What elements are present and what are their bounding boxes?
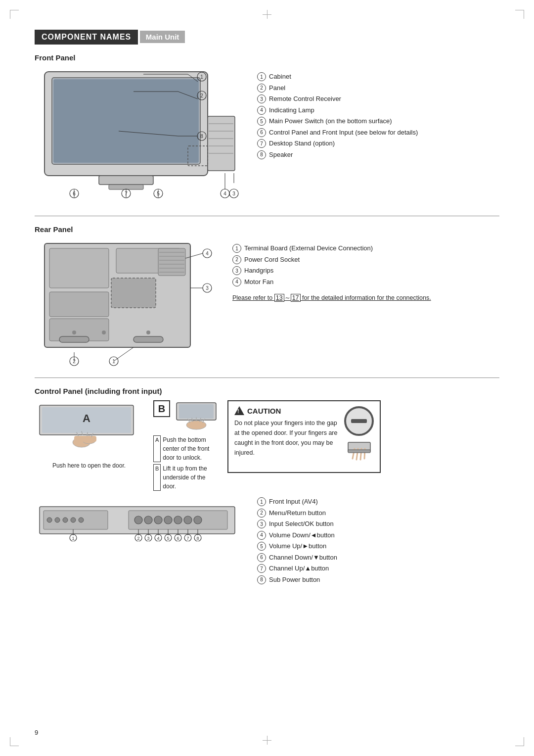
divider-1 [35, 216, 499, 216]
svg-point-47 [72, 331, 76, 334]
svg-text:8: 8 [200, 134, 203, 139]
front-panel-item: 1Cabinet [257, 72, 499, 82]
svg-point-105 [164, 516, 172, 524]
svg-text:A: A [83, 412, 90, 425]
front-panel-diagram: 1 2 8 6 [35, 67, 242, 207]
rear-panel-svg: 4 3 2 1 [35, 238, 218, 367]
front-panel-item: 3Remote Control Receiver [257, 94, 499, 104]
svg-text:1: 1 [200, 74, 203, 80]
ref-text: Please refer to 13～17 for the detailed i… [232, 293, 499, 303]
list-num: 6 [257, 128, 266, 137]
control-panel-item: 7Channel Up/▲button [257, 564, 499, 573]
svg-text:8: 8 [196, 536, 199, 541]
control-panel-item: 1Front Input (AV4) [257, 497, 499, 507]
svg-rect-80 [179, 404, 214, 419]
svg-text:4: 4 [223, 191, 226, 196]
svg-point-106 [174, 516, 182, 524]
svg-point-97 [55, 518, 60, 522]
svg-rect-46 [134, 336, 163, 342]
list-num: 3 [232, 266, 241, 275]
svg-line-66 [114, 347, 134, 361]
front-panel-heading: Front Panel [35, 53, 499, 62]
list-num: 4 [257, 531, 266, 540]
control-panel-section: Control Panel (including front input) A [35, 387, 499, 586]
list-num: 4 [257, 106, 266, 115]
control-panel-item: 3Input Select/OK button [257, 519, 499, 529]
svg-point-98 [63, 518, 68, 522]
caution-title: CAUTION [247, 407, 281, 415]
svg-rect-3 [99, 176, 153, 185]
list-num: 1 [257, 72, 266, 81]
svg-text:6: 6 [177, 536, 179, 541]
caution-text: Do not place your fingers into the gap a… [234, 418, 339, 458]
list-num: 8 [257, 150, 266, 159]
rear-panel-list: 1Terminal Board (External Device Connect… [232, 238, 499, 369]
list-num: 7 [257, 139, 266, 148]
svg-point-48 [102, 331, 106, 334]
front-panel-item: 5Main Power Switch (on the bottom surfac… [257, 116, 499, 126]
corner-mark-tl [10, 10, 19, 19]
rear-panel-heading: Rear Panel [35, 225, 499, 234]
svg-text:4: 4 [157, 536, 159, 541]
page-number: 9 [35, 729, 38, 736]
list-num: 1 [232, 244, 241, 253]
door-diagram: A Push here to open the door. [35, 400, 143, 469]
control-panel-list: 1Front Input (AV4)2Menu/Return button3In… [257, 497, 499, 586]
svg-rect-93 [348, 450, 370, 453]
svg-point-49 [146, 331, 150, 334]
svg-point-96 [47, 518, 52, 522]
svg-text:2: 2 [200, 93, 203, 98]
subsection-label: Main Unit [140, 31, 185, 43]
svg-text:6: 6 [73, 191, 76, 196]
svg-rect-74 [74, 436, 96, 442]
list-num: 3 [257, 94, 266, 103]
svg-text:1: 1 [72, 536, 74, 541]
injury-diagram [346, 440, 373, 467]
no-entry-sign [344, 406, 374, 436]
front-panel-item: 4Indicating Lamp [257, 105, 499, 115]
front-panel-item: 2Panel [257, 83, 499, 93]
corner-mark-br [515, 737, 524, 746]
svg-rect-45 [59, 336, 89, 342]
step-instructions: A Push the bottom center of the front do… [153, 435, 218, 491]
control-panel-item: 2Menu/Return button [257, 508, 499, 518]
svg-point-103 [144, 516, 152, 524]
svg-point-107 [184, 516, 192, 524]
door-open-svg: A [35, 400, 138, 460]
corner-mark-bl [10, 737, 19, 746]
control-panel-item: 6Channel Down/▼button [257, 553, 499, 563]
list-num: 4 [232, 278, 241, 286]
front-panel-item: 6Control Panel and Front Input (see belo… [257, 128, 499, 138]
b-svg [174, 400, 219, 430]
list-num: 5 [257, 117, 266, 126]
svg-point-104 [154, 516, 162, 524]
rear-panel-item: 4Motor Fan [232, 277, 499, 287]
front-panel-list: 1Cabinet2Panel3Remote Control Receiver4I… [257, 67, 499, 207]
b-diagram: B [153, 400, 218, 491]
list-num: 1 [257, 497, 266, 506]
svg-rect-41 [49, 292, 109, 317]
caution-icon [234, 406, 244, 415]
svg-rect-43 [111, 278, 156, 308]
list-num: 5 [257, 542, 266, 551]
rear-panel-item: 1Terminal Board (External Device Connect… [232, 243, 499, 253]
svg-text:2: 2 [73, 359, 76, 364]
svg-line-77 [87, 432, 88, 436]
corner-mark-tr [515, 10, 524, 19]
svg-point-108 [194, 516, 202, 524]
no-entry-bar [351, 419, 367, 423]
svg-text:5: 5 [157, 191, 160, 196]
list-num: 6 [257, 553, 266, 562]
svg-text:7: 7 [186, 536, 189, 541]
svg-text:5: 5 [167, 536, 169, 541]
list-num: 2 [232, 255, 241, 264]
list-num: 7 [257, 564, 266, 573]
svg-text:2: 2 [137, 536, 139, 541]
front-panel-section: Front Panel [35, 53, 499, 207]
list-num: 8 [257, 575, 266, 584]
rear-panel-item: 2Power Cord Socket [232, 255, 499, 265]
list-num: 3 [257, 520, 266, 528]
svg-point-102 [134, 516, 142, 524]
front-panel-item: 8Speaker [257, 150, 499, 160]
svg-rect-40 [49, 248, 109, 288]
